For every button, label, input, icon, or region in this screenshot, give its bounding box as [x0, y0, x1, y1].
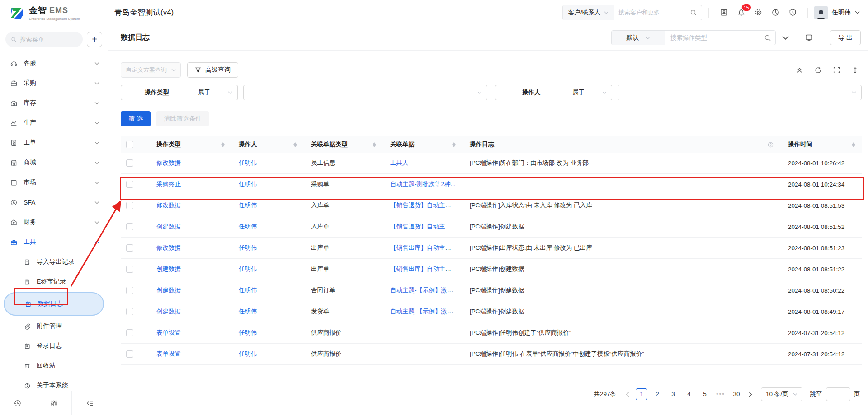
table-row[interactable]: 创建数据 任明伟 出库单 【销售出库】自动主题-... [PC端操作]创建数据 … — [121, 259, 862, 280]
add-menu-button[interactable]: + — [87, 32, 102, 47]
table-row[interactable]: 创建数据 任明伟 发货单 自动主题-【示例】激光... [PC端操作]创建数据 … — [121, 301, 862, 322]
page-button[interactable]: 30 — [731, 388, 742, 400]
custom-scheme-select[interactable]: 自定义方案查询 — [121, 62, 181, 78]
operation-type-link[interactable]: 创建数据 — [156, 287, 181, 294]
operation-type-link[interactable]: 创建数据 — [156, 223, 181, 230]
operation-type-link[interactable]: 修改数据 — [156, 159, 181, 166]
menu-search-input[interactable] — [20, 36, 77, 43]
table-row[interactable]: 表单设置 任明伟 供应商报价 [PC端操作]任明伟 在表单“供应商报价”中创建了… — [121, 344, 862, 365]
row-checkbox[interactable] — [126, 329, 133, 336]
operator-link[interactable]: 任明伟 — [239, 266, 257, 272]
sidebar-item-attachment-management[interactable]: 附件管理 — [0, 316, 108, 336]
sidebar-item-import-export-log[interactable]: 导入导出记录 — [0, 252, 108, 272]
select-all-checkbox[interactable] — [126, 141, 133, 148]
page-button[interactable]: 2 — [651, 388, 663, 400]
doc-link[interactable]: 自动主题-【示例】激光... — [390, 308, 458, 315]
row-checkbox[interactable] — [126, 159, 133, 167]
operator-link[interactable]: 任明伟 — [239, 329, 257, 336]
page-button[interactable]: 1 — [636, 388, 647, 400]
condition-value-select[interactable] — [618, 85, 862, 100]
view-select[interactable]: 默认 — [612, 31, 665, 45]
sidebar-item-tools[interactable]: 工具 — [0, 232, 108, 252]
help-icon[interactable] — [767, 141, 774, 148]
page-button[interactable]: 4 — [683, 388, 695, 400]
sidebar-item-production[interactable]: 生产 — [0, 113, 108, 133]
search-category-select[interactable]: 客户/联系人 — [563, 5, 614, 20]
sort-icon[interactable] — [293, 142, 297, 147]
sidebar-item-recycle-bin[interactable]: 回收站 — [0, 356, 108, 376]
fullscreen-icon[interactable] — [833, 66, 840, 74]
sort-icon[interactable] — [221, 142, 225, 147]
prev-page-icon[interactable] — [624, 392, 632, 397]
sidebar-item-about-system[interactable]: 关于本系统 — [0, 376, 108, 390]
operator-link[interactable]: 任明伟 — [239, 244, 257, 251]
sidebar-item-market[interactable]: 市场 — [0, 173, 108, 192]
doc-link[interactable]: 【销售退货】自动主题-... — [390, 223, 458, 230]
table-row[interactable]: 修改数据 任明伟 入库单 【销售退货】自动主题-... [PC端操作]入库状态:… — [121, 195, 862, 216]
sidebar-item-work-order[interactable]: 工单 — [0, 133, 108, 153]
condition-operator-select[interactable]: 属于 — [193, 85, 238, 100]
table-row[interactable]: 修改数据 任明伟 员工信息 工具人 [PC端操作]所在部门：由市场部 改为 业务… — [121, 153, 862, 174]
settings-gear-icon[interactable] — [750, 4, 767, 21]
operator-link[interactable]: 任明伟 — [239, 181, 257, 187]
sort-icon[interactable] — [373, 142, 376, 147]
condition-field[interactable]: 操作人 — [495, 85, 567, 100]
search-icon[interactable] — [760, 31, 775, 45]
row-checkbox[interactable] — [126, 223, 133, 230]
filter-submit-button[interactable]: 筛 选 — [121, 111, 151, 126]
sidebar-item-mall[interactable]: 商城 — [0, 153, 108, 173]
sidebar-item-inventory[interactable]: 库存 — [0, 93, 108, 113]
refresh-icon[interactable] — [814, 66, 822, 74]
jump-page-input[interactable] — [826, 387, 850, 401]
row-checkbox[interactable] — [126, 350, 133, 358]
row-checkbox[interactable] — [126, 308, 133, 315]
operator-link[interactable]: 任明伟 — [239, 350, 257, 357]
table-row[interactable]: 采购终止 任明伟 采购单 自动主题-测批次等2种... 2024-08-01 1… — [121, 174, 862, 195]
condition-value-select[interactable] — [243, 85, 487, 100]
doc-link[interactable]: 自动主题-【示例】激光... — [390, 287, 458, 294]
doc-link[interactable]: 工具人 — [390, 159, 409, 166]
sidebar-item-login-log[interactable]: 登录日志 — [0, 336, 108, 356]
operation-type-link[interactable]: 表单设置 — [156, 329, 181, 336]
sidebar-item-finance[interactable]: 财务 — [0, 212, 108, 232]
row-checkbox[interactable] — [126, 181, 133, 188]
page-ellipsis[interactable]: ••• — [715, 388, 726, 400]
sidebar-item-esign-log[interactable]: E签宝记录 — [0, 272, 108, 292]
row-checkbox[interactable] — [126, 266, 133, 273]
row-checkbox[interactable] — [126, 244, 133, 252]
page-button[interactable]: 3 — [667, 388, 679, 400]
table-row[interactable]: 创建数据 任明伟 入库单 【销售退货】自动主题-... [PC端操作]创建数据 … — [121, 216, 862, 238]
contacts-icon[interactable] — [715, 4, 732, 21]
next-page-icon[interactable] — [746, 392, 754, 397]
collapse-sidebar-icon[interactable] — [71, 391, 108, 415]
row-checkbox[interactable] — [126, 287, 133, 294]
condition-operator-select[interactable]: 属于 — [567, 85, 612, 100]
operation-type-link[interactable]: 创建数据 — [156, 266, 181, 272]
doc-link[interactable]: 【销售出库】自动主题-... — [390, 266, 458, 272]
sidebar-item-data-log[interactable]: 数据日志 — [4, 292, 104, 316]
operation-type-link[interactable]: 修改数据 — [156, 202, 181, 209]
doc-link[interactable]: 自动主题-测批次等2种... — [390, 181, 456, 187]
operation-type-link[interactable]: 表单设置 — [156, 350, 181, 357]
table-row[interactable]: 表单设置 任明伟 供应商报价 [PC端操作]任明伟创建了“供应商报价” 2024… — [121, 322, 862, 344]
global-search-input[interactable] — [614, 5, 685, 20]
sort-icon[interactable] — [852, 142, 855, 147]
operator-link[interactable]: 任明伟 — [239, 159, 257, 166]
page-size-select[interactable]: 10 条/页 — [761, 387, 802, 401]
user-menu[interactable]: 任明伟 — [814, 6, 860, 19]
history-icon[interactable] — [0, 391, 36, 415]
sidebar-item-sfa[interactable]: SFA — [0, 192, 108, 212]
condition-field[interactable]: 操作类型 — [121, 85, 193, 100]
operator-link[interactable]: 任明伟 — [239, 287, 257, 294]
collapse-up-icon[interactable] — [796, 66, 803, 74]
display-monitor-icon[interactable] — [805, 33, 813, 42]
security-shield-icon[interactable] — [784, 4, 801, 21]
row-checkbox[interactable] — [126, 202, 133, 209]
notifications-icon[interactable]: 15 — [732, 4, 750, 21]
operator-link[interactable]: 任明伟 — [239, 223, 257, 230]
operation-type-link[interactable]: 采购终止 — [156, 181, 181, 187]
sort-icon[interactable] — [452, 142, 456, 147]
advanced-query-button[interactable]: 高级查询 — [187, 62, 238, 78]
expand-search-chevron-icon[interactable] — [782, 36, 789, 40]
search-icon[interactable] — [685, 5, 702, 20]
